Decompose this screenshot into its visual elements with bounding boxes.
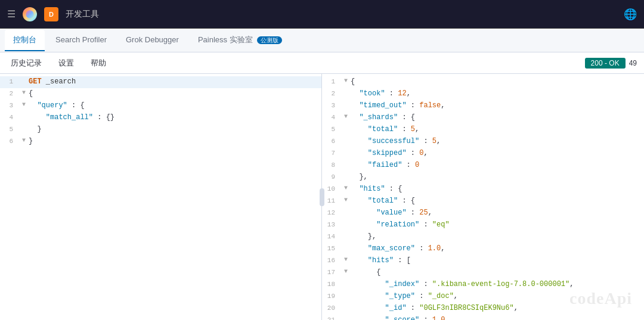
- line-number: 2: [0, 88, 19, 100]
- line-number: 3: [0, 100, 19, 111]
- fold-button[interactable]: ▼: [19, 100, 29, 110]
- line-content: "value" : 25,: [351, 207, 644, 219]
- line-number: 5: [322, 124, 341, 135]
- table-row: 21 "_score" : 1.0,: [322, 315, 644, 320]
- line-number: 10: [322, 184, 341, 195]
- line-content: "max_score" : 1.0,: [351, 243, 644, 254]
- right-code-editor[interactable]: 1 ▼ { 2 "took" : 12, 3 "timed_out" : fal…: [322, 74, 644, 320]
- line-content: "match_all" : {}: [29, 112, 321, 123]
- table-row: 19 "_type" : "_doc",: [322, 291, 644, 303]
- table-row: 7 "skipped" : 0,: [322, 148, 644, 160]
- fold-button[interactable]: ▼: [341, 195, 351, 205]
- line-content: "query" : {: [29, 100, 321, 111]
- tab-console[interactable]: 控制台: [5, 30, 45, 51]
- status-area: 200 - OK 49: [585, 58, 637, 69]
- menu-icon[interactable]: ☰: [7, 8, 16, 20]
- fold-button[interactable]: ▼: [19, 136, 29, 145]
- line-number: 1: [0, 76, 19, 88]
- line-number: 15: [322, 243, 341, 254]
- table-row: 5 }: [0, 124, 321, 136]
- line-number: 21: [322, 315, 341, 320]
- devtools-app-icon: D: [44, 7, 58, 21]
- line-content: "_score" : 1.0,: [351, 315, 644, 320]
- line-number: 6: [0, 136, 19, 147]
- line-number: 16: [322, 255, 341, 266]
- line-number: 9: [322, 172, 341, 183]
- line-content: "relation" : "eq": [351, 219, 644, 231]
- table-row: 14 },: [322, 231, 644, 243]
- line-content: "timed_out" : false,: [351, 100, 644, 111]
- tab-bar: 控制台 Search Profiler Grok Debugger Painle…: [0, 29, 644, 52]
- table-row: 15 "max_score" : 1.0,: [322, 243, 644, 255]
- kibana-logo: [23, 7, 37, 21]
- top-bar: ☰ D 开发工具 🌐: [0, 0, 644, 29]
- table-row: 2 "took" : 12,: [322, 88, 644, 100]
- line-content: },: [351, 231, 644, 243]
- line-number: 14: [322, 231, 341, 243]
- panel-drag-handle[interactable]: [320, 188, 324, 206]
- fold-button[interactable]: ▼: [341, 112, 351, 122]
- line-number: 6: [322, 136, 341, 147]
- table-row: 1 GET _search: [0, 76, 321, 88]
- table-row: 17 ▼ {: [322, 267, 644, 279]
- line-content: "took" : 12,: [351, 88, 644, 100]
- table-row: 16 ▼ "hits" : [: [322, 255, 644, 267]
- line-number: 5: [0, 124, 19, 135]
- history-button[interactable]: 历史记录: [7, 55, 45, 71]
- toolbar: 历史记录 设置 帮助 200 - OK 49: [0, 52, 644, 74]
- line-number: 18: [322, 279, 341, 290]
- fold-button[interactable]: ▼: [341, 255, 351, 265]
- line-number: 8: [322, 160, 341, 171]
- fold-button[interactable]: ▼: [19, 88, 29, 98]
- painless-badge: 公测版: [257, 36, 282, 44]
- tab-grok-debugger[interactable]: Grok Debugger: [117, 30, 187, 50]
- left-code-editor[interactable]: 1 GET _search 2 ▼ { 3 ▼ "query" : { 4 "m…: [0, 74, 321, 320]
- line-content: "_type" : "_doc",: [351, 291, 644, 302]
- line-content: "failed" : 0: [351, 160, 644, 171]
- line-number: 11: [322, 195, 341, 207]
- globe-icon[interactable]: 🌐: [624, 8, 637, 21]
- tab-painless-lab[interactable]: Painless 实验室 公测版: [190, 30, 290, 51]
- line-number: 4: [322, 112, 341, 123]
- table-row: 9 },: [322, 172, 644, 184]
- table-row: 3 "timed_out" : false,: [322, 100, 644, 112]
- fold-button[interactable]: ▼: [341, 76, 351, 86]
- table-row: 13 "relation" : "eq": [322, 219, 644, 231]
- line-content: }: [29, 136, 321, 147]
- line-number: 2: [322, 88, 341, 100]
- help-button[interactable]: 帮助: [87, 55, 110, 71]
- line-number: 19: [322, 291, 341, 302]
- table-row: 18 "_index" : ".kibana-event-log-7.8.0-0…: [322, 279, 644, 291]
- fold-button[interactable]: ▼: [341, 267, 351, 276]
- fold-button[interactable]: ▼: [341, 184, 351, 193]
- table-row: 5 "total" : 5,: [322, 124, 644, 136]
- status-badge: 200 - OK: [585, 58, 626, 69]
- settings-button[interactable]: 设置: [55, 55, 78, 71]
- table-row: 3 ▼ "query" : {: [0, 100, 321, 112]
- right-output-panel: 1 ▼ { 2 "took" : 12, 3 "timed_out" : fal…: [322, 74, 644, 320]
- app-title: 开发工具: [66, 9, 617, 20]
- line-content: "skipped" : 0,: [351, 148, 644, 159]
- line-content: "_shards" : {: [351, 112, 644, 123]
- line-content: },: [351, 172, 644, 183]
- table-row: 20 "_id" : "0GLF3nIBR8CSIqEK9Nu6",: [322, 303, 644, 315]
- line-content: "_index" : ".kibana-event-log-7.8.0-0000…: [351, 279, 644, 290]
- table-row: 12 "value" : 25,: [322, 207, 644, 219]
- line-content: {: [351, 267, 644, 278]
- line-content: }: [29, 124, 321, 135]
- line-number: 3: [322, 100, 341, 111]
- line-content: GET _search: [29, 76, 321, 88]
- line-number: 17: [322, 267, 341, 278]
- line-content: {: [29, 88, 321, 100]
- line-number: 13: [322, 219, 341, 231]
- line-content: "total" : {: [351, 195, 644, 207]
- table-row: 6 "successful" : 5,: [322, 136, 644, 148]
- line-content: "hits" : {: [351, 184, 644, 195]
- table-row: 10 ▼ "hits" : {: [322, 184, 644, 195]
- svg-point-0: [26, 10, 33, 18]
- line-content: "_id" : "0GLF3nIBR8CSIqEK9Nu6",: [351, 303, 644, 314]
- line-content: "total" : 5,: [351, 124, 644, 135]
- tab-search-profiler[interactable]: Search Profiler: [47, 30, 115, 50]
- result-count: 49: [629, 59, 637, 67]
- line-number: 20: [322, 303, 341, 314]
